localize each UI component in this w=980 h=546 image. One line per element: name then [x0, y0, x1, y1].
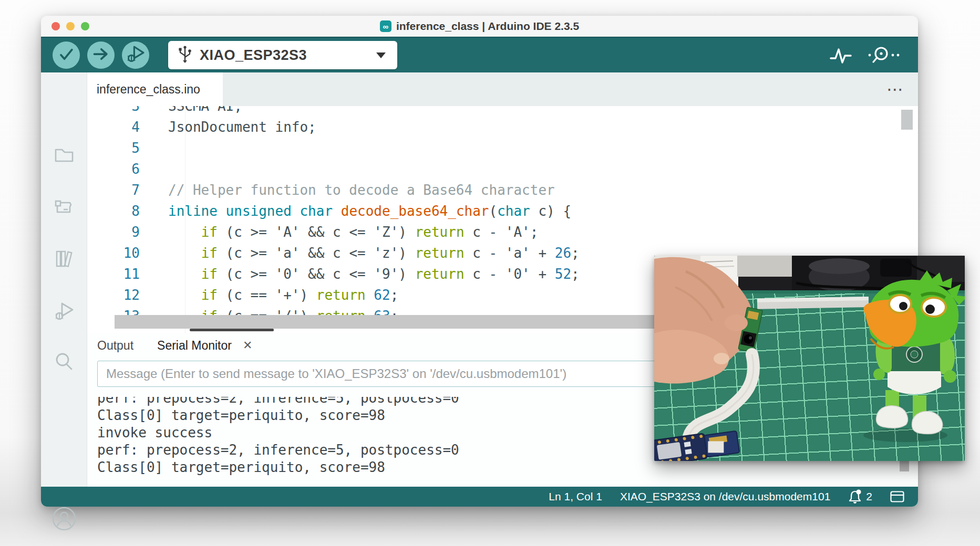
window-title: inference_class | Arduino IDE 2.3.5: [396, 20, 579, 33]
magnifier-target-icon: [868, 44, 901, 66]
line-number: 4: [87, 117, 140, 138]
code-line: 6: [87, 159, 918, 180]
arduino-app-icon: ∞: [380, 20, 391, 32]
titlebar: ∞ inference_class | Arduino IDE 2.3.5: [41, 16, 918, 37]
checkmark-icon: [56, 44, 77, 67]
cursor-position[interactable]: Ln 1, Col 1: [549, 490, 602, 503]
folder-icon: [52, 143, 76, 167]
serial-line: Class[0] target=periquito, score=98: [97, 459, 897, 476]
notification-count: 2: [866, 490, 872, 503]
board-icon: [52, 195, 76, 219]
code-line: 4JsonDocument info;: [87, 117, 918, 138]
code-line: 5: [87, 138, 918, 159]
bug-play-icon: [51, 298, 77, 323]
waveform-icon: [829, 45, 853, 66]
search-icon: [52, 350, 76, 374]
account-icon: [50, 505, 78, 532]
sidebar-item-library-manager[interactable]: [52, 247, 76, 273]
webcam-photo-overlay: [654, 256, 965, 461]
tab-inference-class-ino[interactable]: inference_class.ino: [87, 72, 223, 106]
parrot-toy: [863, 270, 965, 442]
active-panel-tab-indicator: [190, 329, 274, 331]
board-selector[interactable]: XIAO_ESP32S3: [168, 41, 397, 69]
code-line: 3SSCMA AI;: [87, 106, 918, 117]
bug-play-icon: [125, 43, 147, 67]
code-line: 9 if (c >= 'A' && c <= 'Z') return c - '…: [87, 222, 918, 243]
serial-monitor-button[interactable]: [868, 44, 901, 66]
toolbar: XIAO_ESP32S3: [41, 37, 918, 72]
line-number: 7: [87, 180, 140, 201]
line-number: 10: [87, 243, 140, 264]
line-number: 12: [87, 285, 140, 306]
tab-label: inference_class.ino: [97, 82, 200, 97]
photo-illustration: [654, 256, 965, 461]
sidebar-item-account[interactable]: [50, 505, 78, 534]
upload-button[interactable]: [87, 41, 115, 69]
editor-vertical-scrollbar[interactable]: [901, 110, 913, 130]
gutter-divider: [185, 106, 185, 333]
line-number: 9: [87, 222, 140, 243]
serial-plotter-button[interactable]: [829, 45, 853, 66]
more-actions-icon[interactable]: ⋯: [886, 72, 904, 106]
editor-tabrow: inference_class.ino ⋯: [87, 72, 918, 106]
line-number: 3: [87, 106, 140, 117]
chevron-down-icon: [376, 52, 386, 58]
tab-serial-monitor[interactable]: Serial Monitor: [157, 339, 232, 353]
ruler: [757, 297, 869, 309]
books-icon: [52, 247, 76, 271]
statusbar: Ln 1, Col 1 XIAO_ESP32S3 on /dev/cu.usbm…: [41, 487, 918, 507]
debug-button[interactable]: [122, 41, 149, 69]
board-selector-value: XIAO_ESP32S3: [200, 47, 307, 64]
sidebar-item-sketchbook[interactable]: [52, 143, 76, 169]
tab-output[interactable]: Output: [97, 339, 133, 353]
line-number: 6: [87, 159, 140, 180]
activity-sidebar: [41, 72, 87, 487]
close-icon[interactable]: ✕: [243, 339, 252, 352]
code-line: 7// Helper function to decode a Base64 c…: [87, 180, 918, 201]
sidebar-item-boards-manager[interactable]: [52, 195, 76, 222]
line-number: 11: [87, 264, 140, 285]
sidebar-item-debug[interactable]: [51, 298, 77, 326]
toggle-panel-button[interactable]: [890, 491, 904, 502]
bell-icon: [848, 489, 862, 504]
sidebar-item-search[interactable]: [52, 350, 76, 376]
serial-vertical-scrollbar[interactable]: [900, 461, 909, 471]
verify-button[interactable]: [53, 41, 80, 69]
right-arrow-icon: [90, 44, 111, 67]
board-connection-status: XIAO_ESP32S3 on /dev/cu.usbmodem101: [620, 490, 830, 503]
code-line: 8inline unsigned char decode_base64_char…: [87, 201, 918, 222]
usb-icon: [178, 45, 192, 65]
notifications-button[interactable]: 2: [848, 489, 872, 504]
line-number: 5: [87, 138, 140, 159]
line-number: 8: [87, 201, 140, 222]
panel-layout-icon: [890, 491, 904, 502]
